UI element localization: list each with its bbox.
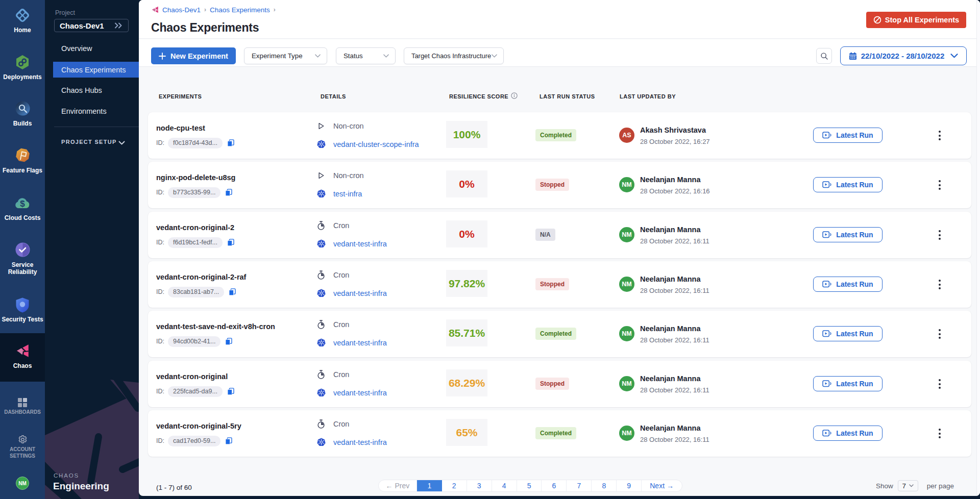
svg-text:$: $ — [20, 199, 25, 209]
